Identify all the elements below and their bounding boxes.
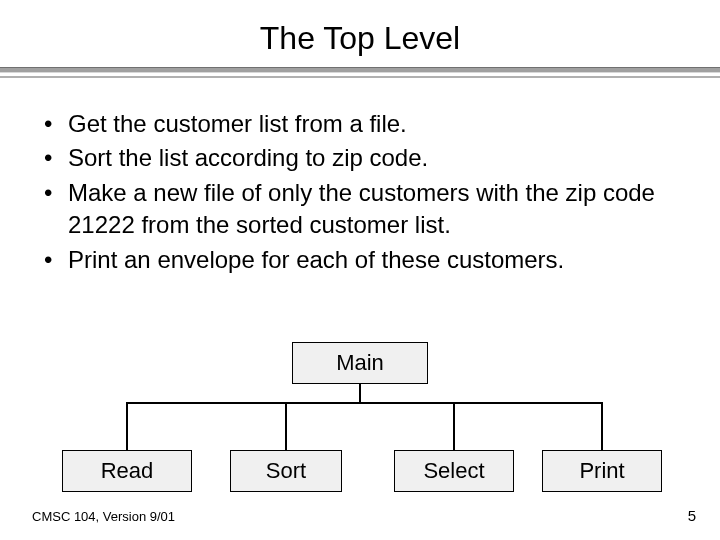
title-rule — [0, 67, 720, 78]
bullet-item: Get the customer list from a file. — [40, 108, 680, 140]
hierarchy-diagram: Main Read Sort Select Print — [0, 342, 720, 492]
connector — [126, 402, 602, 404]
node-main: Main — [292, 342, 428, 384]
footer-course: CMSC 104, Version 9/01 — [32, 509, 175, 524]
bullet-item: Make a new file of only the customers wi… — [40, 177, 680, 242]
node-sort: Sort — [230, 450, 342, 492]
slide-body: Get the customer list from a file. Sort … — [0, 78, 720, 276]
bullet-list: Get the customer list from a file. Sort … — [40, 108, 680, 276]
connector — [285, 402, 287, 450]
connector — [453, 402, 455, 450]
bullet-item: Print an envelope for each of these cust… — [40, 244, 680, 276]
slide-title: The Top Level — [0, 0, 720, 67]
node-print: Print — [542, 450, 662, 492]
connector — [359, 384, 361, 402]
footer-page: 5 — [688, 507, 696, 524]
bullet-item: Sort the list according to zip code. — [40, 142, 680, 174]
connector — [601, 402, 603, 450]
connector — [126, 402, 128, 450]
node-select: Select — [394, 450, 514, 492]
slide: The Top Level Get the customer list from… — [0, 0, 720, 540]
node-read: Read — [62, 450, 192, 492]
